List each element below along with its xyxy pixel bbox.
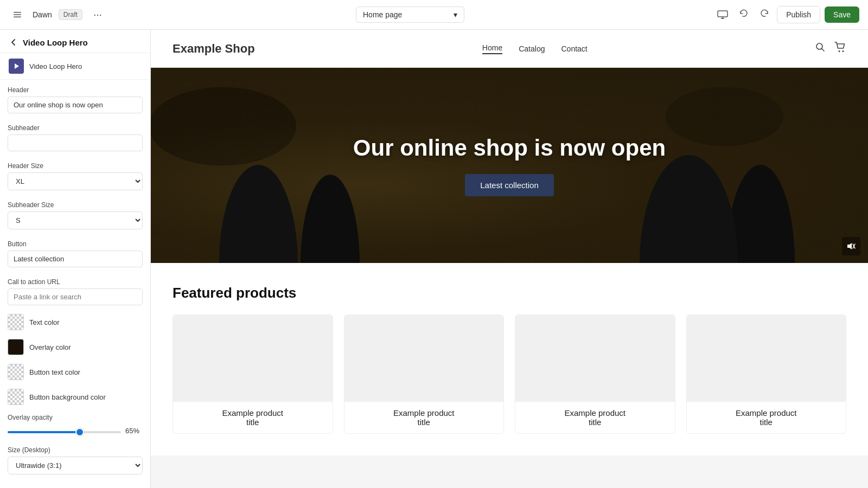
product-image-1: [173, 315, 333, 402]
btn-bg-color-row: Button background color: [0, 384, 150, 409]
header-size-label: Header Size: [8, 162, 143, 170]
overlay-color-swatch[interactable]: [8, 339, 24, 355]
opacity-row: 65%: [8, 426, 143, 435]
svg-rect-0: [14, 12, 21, 13]
section-item-video-loop-hero[interactable]: Video Loop Hero: [0, 53, 150, 80]
publish-button[interactable]: Publish: [777, 6, 820, 23]
header-size-select[interactable]: XSSMLXLXXL: [8, 172, 143, 190]
svg-rect-3: [718, 11, 727, 17]
header-input[interactable]: [8, 97, 143, 113]
topbar-left: Dawn Draft ⋯: [9, 6, 106, 23]
cta-url-field-group: Call to action URL: [0, 272, 150, 310]
hero-content: Our online shop is now open Latest colle…: [353, 135, 666, 196]
draft-badge[interactable]: Draft: [59, 9, 82, 20]
more-icon: ⋯: [93, 10, 102, 20]
text-color-row: Text color: [0, 310, 150, 335]
desktop-size-field-group: Size (Desktop) Small (1:1) Medium (4:3) …: [0, 440, 150, 479]
text-color-swatch[interactable]: [8, 314, 24, 330]
more-button[interactable]: ⋯: [89, 6, 106, 23]
featured-title: Featured products: [173, 285, 846, 301]
subheader-field-label: Subheader: [8, 124, 143, 132]
product-title-1: Example producttitle: [173, 402, 333, 433]
btn-text-color-label: Button text color: [29, 368, 80, 376]
header-field-group: Header: [0, 80, 150, 118]
shop-logo: Example Shop: [173, 42, 255, 56]
topbar-center: Home page ▾: [356, 7, 464, 23]
mute-button[interactable]: [842, 237, 860, 255]
hero-title: Our online shop is now open: [353, 135, 666, 161]
svg-point-9: [839, 50, 840, 52]
btn-text-color-row: Button text color: [0, 359, 150, 384]
products-grid: Example producttitle Example producttitl…: [173, 314, 846, 434]
topbar: Dawn Draft ⋯ Home page ▾: [0, 0, 868, 30]
product-image-2: [344, 315, 504, 402]
product-card-4[interactable]: Example producttitle: [686, 314, 847, 434]
sidebar-header: Video Loop Hero: [0, 30, 150, 53]
desktop-size-select[interactable]: Small (1:1) Medium (4:3) Large (16:9) Ul…: [8, 457, 143, 474]
desktop-view-button[interactable]: [714, 6, 731, 23]
undo-button[interactable]: [736, 7, 752, 23]
sidebar-section-title: Video Loop Hero: [23, 38, 88, 47]
subheader-field-group: Subheader: [0, 118, 150, 156]
menu-icon-button[interactable]: [9, 6, 26, 23]
button-input[interactable]: [8, 251, 143, 267]
subheader-size-select[interactable]: SMLXL: [8, 211, 143, 229]
overlay-opacity-section: Overlay opacity 65%: [0, 409, 150, 440]
btn-bg-color-label: Button background color: [29, 393, 106, 401]
product-card-2[interactable]: Example producttitle: [344, 314, 505, 434]
overlay-color-label: Overlay color: [29, 343, 71, 351]
svg-marker-6: [15, 63, 19, 69]
product-title-4: Example producttitle: [687, 402, 846, 433]
main-layout: Video Loop Hero Video Loop Hero Header S…: [0, 30, 868, 488]
subheader-size-field-group: Subheader Size SMLXL: [0, 195, 150, 234]
svg-rect-1: [14, 14, 21, 15]
product-card-3[interactable]: Example producttitle: [515, 314, 675, 434]
nav-link-contact[interactable]: Contact: [561, 44, 587, 53]
nav-link-home[interactable]: Home: [482, 43, 502, 54]
btn-text-color-swatch[interactable]: [8, 364, 24, 380]
product-image-4: [687, 315, 846, 402]
button-field-group: Button: [0, 234, 150, 272]
featured-section: Featured products Example producttitle E…: [151, 263, 868, 455]
svg-marker-11: [847, 243, 852, 249]
product-title-2: Example producttitle: [344, 402, 504, 433]
subheader-input[interactable]: [8, 134, 143, 151]
btn-bg-color-swatch[interactable]: [8, 389, 24, 405]
section-icon: [9, 59, 24, 74]
page-selector-label: Home page: [363, 10, 402, 19]
app-name: Dawn: [33, 10, 52, 19]
topbar-right: Publish Save: [714, 6, 859, 23]
subheader-size-label: Subheader Size: [8, 201, 143, 209]
shop-navbar: Example Shop Home Catalog Contact: [151, 30, 868, 68]
header-size-field-group: Header Size XSSMLXLXXL: [0, 156, 150, 195]
overlay-color-row: Overlay color: [0, 335, 150, 359]
svg-point-10: [843, 50, 844, 52]
opacity-slider[interactable]: [8, 431, 121, 433]
cta-url-input[interactable]: [8, 288, 143, 305]
cart-icon[interactable]: [834, 42, 846, 55]
section-item-label: Video Loop Hero: [29, 62, 82, 70]
shop-nav: Home Catalog Contact: [482, 43, 588, 54]
hero-section: Our online shop is now open Latest colle…: [151, 68, 868, 263]
nav-link-catalog[interactable]: Catalog: [519, 44, 545, 53]
chevron-down-icon: ▾: [454, 10, 457, 19]
opacity-slider-container: [8, 426, 121, 435]
sidebar: Video Loop Hero Video Loop Hero Header S…: [0, 30, 151, 488]
overlay-opacity-label: Overlay opacity: [8, 414, 143, 421]
back-button[interactable]: [9, 37, 18, 47]
button-field-label: Button: [8, 240, 143, 248]
header-field-label: Header: [8, 86, 143, 94]
opacity-value: 65%: [125, 427, 143, 435]
page-selector[interactable]: Home page ▾: [356, 7, 464, 23]
preview-area: Example Shop Home Catalog Contact: [151, 30, 868, 488]
save-button[interactable]: Save: [825, 7, 859, 23]
product-title-3: Example producttitle: [515, 402, 675, 433]
hero-cta-button[interactable]: Latest collection: [465, 174, 554, 196]
redo-button[interactable]: [756, 7, 773, 23]
desktop-size-label: Size (Desktop): [8, 446, 143, 454]
product-image-3: [515, 315, 675, 402]
search-icon[interactable]: [815, 42, 826, 55]
product-card-1[interactable]: Example producttitle: [173, 314, 333, 434]
svg-line-8: [822, 49, 825, 52]
text-color-label: Text color: [29, 318, 60, 326]
